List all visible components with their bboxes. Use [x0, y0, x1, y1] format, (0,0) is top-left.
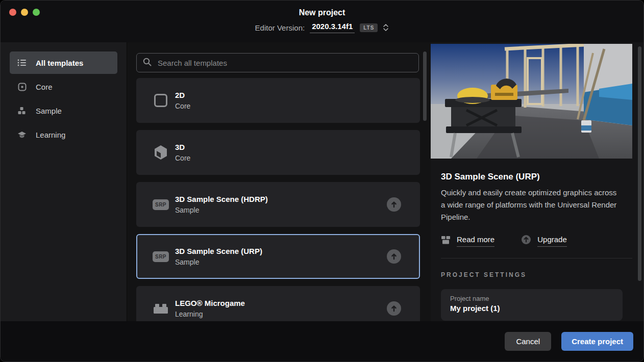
detail-links: Read more Upgrade — [441, 235, 632, 247]
project-name-value[interactable]: My project (1) — [450, 304, 613, 313]
sample-blocks-icon — [17, 107, 27, 115]
project-settings-heading: PROJECT SETTINGS — [441, 271, 632, 278]
download-template-icon[interactable] — [387, 197, 401, 212]
editor-version-row: Editor Version: 2020.3.14f1 LTS — [1, 22, 643, 33]
window-controls — [9, 9, 40, 16]
titlebar: New project Editor Version: 2020.3.14f1 … — [1, 1, 643, 42]
detail-divider — [441, 258, 632, 258]
template-card-2d[interactable]: 2D Core — [136, 78, 420, 123]
zoom-button[interactable] — [33, 9, 40, 16]
editor-version-label: Editor Version: — [255, 23, 305, 32]
version-stepper-icon[interactable] — [383, 23, 389, 32]
create-project-button[interactable]: Create project — [561, 332, 633, 351]
search-box[interactable] — [136, 53, 419, 72]
template-card-hdrp[interactable]: SRP 3D Sample Scene (HDRP) Sample — [136, 182, 420, 227]
sidebar-item-core[interactable]: Core — [10, 75, 117, 98]
template-category: Learning — [175, 310, 245, 318]
template-card-urp[interactable]: SRP 3D Sample Scene (URP) Sample — [136, 234, 420, 279]
template-detail-panel: 3D Sample Scene (URP) Quickly and easily… — [431, 42, 643, 321]
download-template-icon[interactable] — [387, 301, 401, 316]
template-category-sidebar: All templates Core Sample Learning — [1, 42, 127, 321]
core-square-icon — [17, 83, 27, 91]
cube-3d-icon — [151, 145, 171, 160]
sidebar-item-label: Learning — [36, 131, 65, 139]
template-name: 3D Sample Scene (URP) — [175, 247, 262, 255]
read-more-label: Read more — [457, 235, 494, 247]
upgrade-link[interactable]: Upgrade — [521, 235, 567, 247]
download-template-icon[interactable] — [387, 249, 401, 264]
close-button[interactable] — [9, 9, 16, 16]
search-icon — [143, 58, 152, 68]
project-name-field[interactable]: Project name My project (1) — [441, 289, 623, 321]
sidebar-item-learning[interactable]: Learning — [10, 123, 117, 146]
detail-description: Quickly and easily create optimized grap… — [441, 187, 623, 223]
sidebar-item-label: Sample — [36, 107, 62, 115]
detail-title: 3D Sample Scene (URP) — [441, 172, 632, 182]
graduation-cap-icon — [17, 131, 27, 139]
minimize-button[interactable] — [21, 9, 28, 16]
template-category: Sample — [175, 206, 268, 214]
template-list-column: 2D Core 3D Core SRP 3D Sa — [127, 42, 431, 321]
template-name: LEGO® Microgame — [175, 299, 245, 307]
new-project-dialog: New project Editor Version: 2020.3.14f1 … — [0, 0, 644, 362]
lts-badge: LTS — [360, 23, 378, 32]
template-name: 2D — [175, 91, 190, 99]
template-cards: 2D Core 3D Core SRP 3D Sa — [136, 78, 431, 321]
sidebar-item-all-templates[interactable]: All templates — [10, 51, 117, 74]
upgrade-label: Upgrade — [537, 235, 567, 247]
srp-badge-icon: SRP — [151, 251, 171, 262]
sidebar-item-label: Core — [36, 83, 53, 91]
detail-body: 3D Sample Scene (URP) Quickly and easily… — [431, 159, 643, 321]
footer-bar: Cancel Create project — [1, 321, 643, 361]
template-preview-image — [431, 44, 632, 159]
docs-box-icon — [441, 236, 451, 246]
list-icon — [17, 59, 27, 67]
read-more-link[interactable]: Read more — [441, 235, 494, 247]
project-name-label: Project name — [450, 295, 613, 302]
editor-version-value[interactable]: 2020.3.14f1 — [310, 22, 355, 33]
lego-brick-icon — [151, 303, 171, 314]
content-area: All templates Core Sample Learning — [1, 42, 643, 321]
template-name: 3D Sample Scene (HDRP) — [175, 195, 268, 203]
sidebar-item-sample[interactable]: Sample — [10, 99, 117, 122]
template-name: 3D — [175, 143, 190, 151]
template-category: Core — [175, 154, 190, 162]
sidebar-item-label: All templates — [36, 59, 83, 67]
search-input[interactable] — [158, 59, 412, 67]
template-list-scrollbar[interactable] — [423, 51, 427, 121]
upgrade-arrow-icon — [521, 235, 531, 247]
template-category: Core — [175, 102, 190, 110]
template-category: Sample — [175, 258, 262, 266]
template-card-lego[interactable]: LEGO® Microgame Learning — [136, 286, 420, 321]
dialog-title: New project — [1, 1, 643, 17]
template-card-3d[interactable]: 3D Core — [136, 130, 420, 175]
square-2d-icon — [151, 94, 171, 107]
detail-panel-scrollbar[interactable] — [638, 46, 641, 281]
srp-badge-icon: SRP — [151, 199, 171, 210]
cancel-button[interactable]: Cancel — [505, 332, 551, 351]
